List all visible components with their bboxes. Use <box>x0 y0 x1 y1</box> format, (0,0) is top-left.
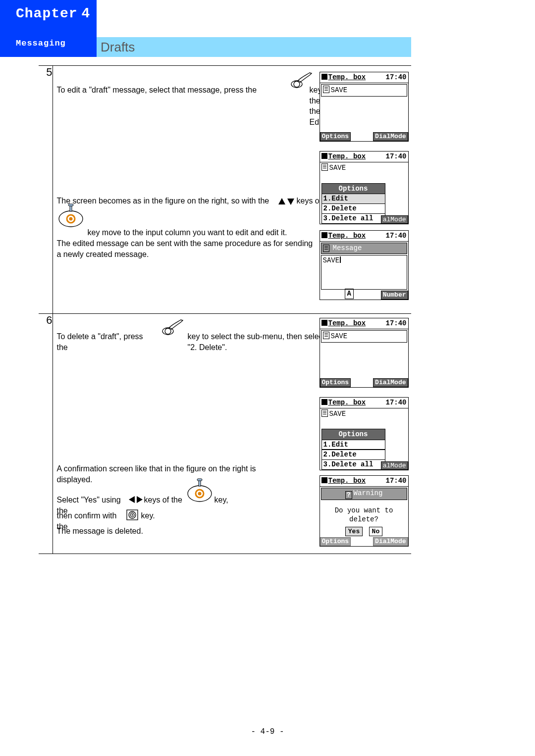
step6-text-1b: key to select the sub-menu, then select … <box>188 331 331 353</box>
step6-text-2: A confirmation screen like that in the f… <box>57 463 270 485</box>
document-icon <box>323 332 329 339</box>
step5-text-1a: To edit a "draft" message, select that m… <box>57 85 315 96</box>
options-softkey: Options <box>320 132 351 141</box>
center-key-icon <box>126 509 138 520</box>
title-bar <box>97 37 411 57</box>
text-cursor <box>340 256 341 263</box>
svg-point-21 <box>131 514 133 516</box>
step5-number: 5 <box>39 66 53 314</box>
svg-rect-17 <box>197 479 202 481</box>
page-footer: - 4-9 - <box>0 727 535 736</box>
options-softkey: Options <box>320 378 351 387</box>
number-softkey: Number <box>381 291 408 300</box>
svg-marker-12 <box>137 496 143 503</box>
no-button: No <box>369 527 383 536</box>
document-icon <box>323 245 329 252</box>
step6-text-5: The message is deleted. <box>57 526 156 537</box>
document-icon <box>323 86 329 93</box>
chapter-label: Chapter <box>16 6 78 21</box>
step6-text-3c: key, <box>214 495 239 505</box>
step6-number: 6 <box>39 314 53 554</box>
step5-text-3: key move to the input column you want to… <box>88 227 325 238</box>
softkey-hand-icon <box>161 318 184 340</box>
phone-screen-b: Temp. box17:40 SAVE Options 1.Edit 2.Del… <box>320 151 409 224</box>
dialmode-softkey: DialMode <box>373 132 408 141</box>
joystick-icon <box>57 202 85 230</box>
left-right-arrow-icon <box>128 496 143 504</box>
confirm-question: Do you want to delete? <box>320 501 408 527</box>
instruction-table: 5 To edit a "draft" message, select that… <box>39 65 411 554</box>
phone-screen-c: Temp. box17:40 Message SAVE A Number <box>320 230 409 300</box>
step6-text-1a: To delete a "draft", press the <box>57 331 156 353</box>
chapter-sidebar: Chapter 4 <box>0 0 97 57</box>
phone-screen-e: Temp. box17:40 SAVE Options 1.Edit 2.Del… <box>320 397 409 470</box>
question-icon: ? <box>345 491 352 499</box>
svg-marker-3 <box>287 199 294 205</box>
svg-point-1 <box>294 81 300 87</box>
svg-rect-8 <box>68 204 73 206</box>
document-icon <box>321 409 328 417</box>
dialmode-softkey: DialMode <box>373 378 408 387</box>
svg-marker-11 <box>129 496 135 503</box>
svg-point-6 <box>69 217 72 221</box>
step6-text-4b: key. <box>141 510 166 521</box>
joystick-icon <box>186 477 214 505</box>
svg-marker-2 <box>278 198 285 204</box>
options-softkey: Options <box>320 537 351 546</box>
phone-screen-a: Temp. box17:40 SAVE OptionsDialMode <box>320 72 409 142</box>
svg-point-15 <box>198 492 201 496</box>
step5-text-2a: The screen becomes as in the figure on t… <box>57 196 275 206</box>
page-title: Drafts <box>101 40 135 55</box>
section-label: Messaging <box>16 39 66 48</box>
step5-text-4: The edited message can be sent with the … <box>57 238 320 259</box>
almode-softkey: alMode <box>381 215 408 224</box>
document-icon <box>321 163 328 171</box>
chapter-number: 4 <box>82 5 90 20</box>
almode-softkey: alMode <box>381 461 408 470</box>
phone-screen-d: Temp. box17:40 SAVE OptionsDialMode <box>320 318 409 388</box>
phone-screen-f: Temp. box17:40 ?Warning Do you want to d… <box>320 475 409 547</box>
svg-point-10 <box>165 328 171 334</box>
yes-button: Yes <box>345 527 363 536</box>
dialmode-softkey: DialMode <box>373 537 408 546</box>
mode-indicator: A <box>345 289 354 299</box>
up-down-arrow-icon <box>278 198 295 205</box>
step6-text-3b: keys of the <box>144 495 189 505</box>
